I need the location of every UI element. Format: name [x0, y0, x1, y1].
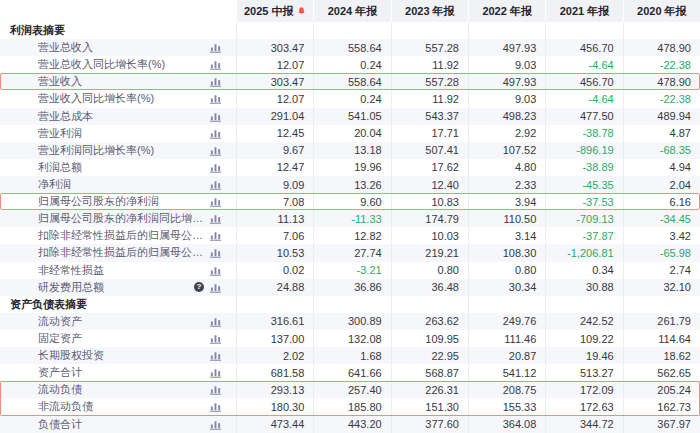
bar-chart-icon[interactable] — [210, 42, 221, 53]
bar-chart-icon[interactable] — [210, 401, 221, 412]
row-label-cell: 营业总成本 — [0, 108, 236, 125]
row-label-cell: 研发费用总额? — [0, 279, 236, 296]
value-cell: 9.67 — [236, 142, 313, 159]
value-cell: -38.89 — [545, 159, 622, 176]
table-row: 研发费用总额?24.8836.8636.4830.3430.8832.10 — [0, 279, 700, 296]
bar-chart-icon[interactable] — [210, 419, 221, 430]
value-cell: 12.47 — [236, 159, 313, 176]
bar-chart-icon[interactable] — [210, 333, 221, 344]
row-label-cell: 营业总收入同比增长率(%) — [0, 56, 236, 73]
row-label-cell: 固定资产 — [0, 330, 236, 347]
bar-chart-icon[interactable] — [210, 247, 221, 258]
value-cell: 36.86 — [313, 279, 390, 296]
value-cell: 0.34 — [545, 262, 622, 279]
value-cell: 162.73 — [623, 398, 700, 415]
table-row: 营业收入同比增长率(%)12.070.2411.929.03-4.64-22.3… — [0, 90, 700, 107]
value-cell: 541.05 — [313, 108, 390, 125]
value-cell: 543.37 — [391, 108, 468, 125]
row-label: 营业收入 — [38, 74, 82, 89]
column-header-2021年报: 2021 年报 — [545, 0, 622, 22]
bar-chart-icon[interactable] — [210, 179, 221, 190]
value-cell: -65.98 — [623, 244, 700, 261]
bar-chart-icon[interactable] — [210, 59, 221, 70]
row-label-cell: 资产合计 — [0, 364, 236, 381]
value-cell: 641.66 — [313, 364, 390, 381]
row-label: 流动负债 — [38, 382, 82, 397]
row-icons — [210, 419, 221, 430]
table-row: 营业总收入同比增长率(%)12.070.2411.929.03-4.64-22.… — [0, 56, 700, 73]
value-cell: 185.80 — [313, 398, 390, 415]
row-icons — [210, 401, 221, 412]
row-label: 非经常性损益 — [38, 263, 104, 278]
row-label-cell: 营业利润 — [0, 125, 236, 142]
table-row: 归属母公司股东的净利润7.089.6010.833.94-37.536.16 — [0, 193, 700, 210]
row-icons — [210, 162, 221, 173]
value-cell: 2.74 — [623, 262, 700, 279]
bar-chart-icon[interactable] — [210, 230, 221, 241]
value-cell: 498.23 — [468, 108, 545, 125]
column-header-2023年报: 2023 年报 — [391, 0, 468, 22]
row-label: 长期股权投资 — [38, 348, 104, 363]
bar-chart-icon[interactable] — [210, 93, 221, 104]
bar-chart-icon[interactable] — [210, 384, 221, 395]
empty-cell — [313, 296, 390, 313]
table-row: 流动资产316.61300.89263.62249.76242.52261.79 — [0, 313, 700, 330]
bar-chart-icon[interactable] — [210, 213, 221, 224]
bar-chart-icon[interactable] — [210, 76, 221, 87]
value-cell: -68.35 — [623, 142, 700, 159]
value-cell: 12.07 — [236, 56, 313, 73]
value-cell: 344.72 — [545, 416, 622, 433]
bar-chart-icon[interactable] — [210, 128, 221, 139]
bar-chart-icon[interactable] — [210, 350, 221, 361]
value-cell: 242.52 — [545, 313, 622, 330]
value-cell: -38.78 — [545, 125, 622, 142]
row-label: 扣除非经常性损益后的归属母公司股东净利润 — [38, 228, 204, 243]
row-icons — [210, 367, 221, 378]
empty-cell — [468, 22, 545, 39]
bar-chart-icon[interactable] — [210, 367, 221, 378]
value-cell: 19.46 — [545, 347, 622, 364]
row-icons — [210, 247, 221, 258]
value-cell: 558.64 — [313, 39, 390, 56]
bar-chart-icon[interactable] — [210, 111, 221, 122]
row-icons — [210, 128, 221, 139]
row-label-cell: 利润总额 — [0, 159, 236, 176]
row-label-cell: 营业利润同比增长率(%) — [0, 142, 236, 159]
bar-chart-icon[interactable] — [210, 282, 221, 293]
row-label-cell: 扣除非经常性损益后的归属母公司股东净利润同比增... — [0, 244, 236, 261]
bar-chart-icon[interactable] — [210, 265, 221, 276]
row-icons — [210, 230, 221, 241]
value-cell: 30.88 — [545, 279, 622, 296]
value-cell: -4.64 — [545, 56, 622, 73]
value-cell: 562.65 — [623, 364, 700, 381]
value-cell: 30.34 — [468, 279, 545, 296]
value-cell: 2.92 — [468, 125, 545, 142]
value-cell: 2.02 — [236, 347, 313, 364]
value-cell: 9.60 — [313, 193, 390, 210]
table-row: 负债合计473.44443.20377.60364.08344.72367.97 — [0, 416, 700, 433]
value-cell: -709.13 — [545, 210, 622, 227]
row-icons — [210, 350, 221, 361]
help-icon[interactable]: ? — [194, 282, 204, 292]
value-cell: 12.40 — [391, 176, 468, 193]
bar-chart-icon[interactable] — [210, 162, 221, 173]
value-cell: -22.38 — [623, 56, 700, 73]
bell-icon — [297, 6, 306, 16]
bar-chart-icon[interactable] — [210, 196, 221, 207]
column-header-2020年报: 2020 年报 — [623, 0, 700, 22]
header-spacer-cell — [0, 0, 236, 22]
row-icons — [210, 384, 221, 395]
value-cell: 17.71 — [391, 125, 468, 142]
value-cell: 1.68 — [313, 347, 390, 364]
value-cell: 478.90 — [623, 73, 700, 90]
section-title-cell: 利润表摘要 — [0, 22, 236, 39]
value-cell: 22.95 — [391, 347, 468, 364]
value-cell: 13.26 — [313, 176, 390, 193]
value-cell: 443.20 — [313, 416, 390, 433]
bar-chart-icon[interactable] — [210, 145, 221, 156]
value-cell: 12.07 — [236, 90, 313, 107]
bar-chart-icon[interactable] — [210, 316, 221, 327]
row-label-cell: 流动资产 — [0, 313, 236, 330]
value-cell: -4.64 — [545, 90, 622, 107]
table-row: 归属母公司股东的净利润同比增长率(%)11.13-11.33174.79110.… — [0, 210, 700, 227]
